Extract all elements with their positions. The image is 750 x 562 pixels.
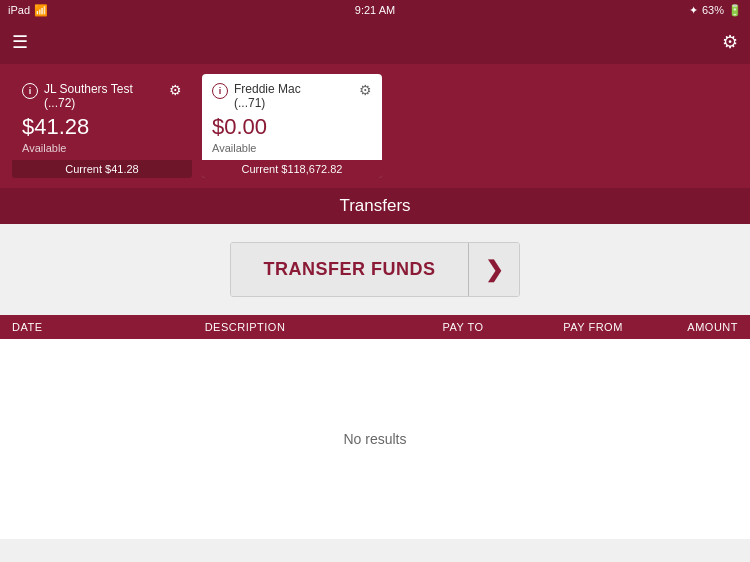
- settings-button[interactable]: ⚙: [722, 31, 738, 53]
- account-name-1: JL Southers Test: [44, 82, 133, 96]
- menu-button[interactable]: ☰: [12, 31, 28, 53]
- status-bar: iPad 📶 9:21 AM ✦ 63% 🔋: [0, 0, 750, 20]
- bluetooth-icon: ✦: [689, 4, 698, 17]
- transfer-funds-arrow: ❯: [468, 243, 519, 296]
- transfers-header: Transfers: [0, 188, 750, 224]
- transfer-funds-label: TRANSFER FUNDS: [231, 243, 468, 296]
- account-name-2: Freddie Mac: [234, 82, 301, 96]
- account-available-1: Available: [22, 142, 182, 154]
- account-number-1: (...72): [44, 96, 133, 110]
- account-gear-1[interactable]: ⚙: [169, 82, 182, 98]
- account-current-2: Current $118,672.82: [202, 160, 382, 178]
- status-right: ✦ 63% 🔋: [689, 4, 742, 17]
- account-gear-2[interactable]: ⚙: [359, 82, 372, 98]
- account-info-icon-2[interactable]: i: [212, 83, 228, 99]
- transfer-funds-section: TRANSFER FUNDS ❯: [0, 224, 750, 315]
- no-results-label: No results: [343, 431, 406, 447]
- status-time: 9:21 AM: [355, 4, 395, 16]
- account-current-1: Current $41.28: [12, 160, 192, 178]
- account-available-2: Available: [212, 142, 372, 154]
- account-balance-1: $41.28: [22, 114, 182, 140]
- carrier-label: iPad: [8, 4, 30, 16]
- transfers-title: Transfers: [339, 196, 410, 215]
- table-header: DATE DESCRIPTION PAY TO PAY FROM AMOUNT: [0, 315, 750, 339]
- chevron-right-icon: ❯: [485, 257, 503, 283]
- wifi-icon: 📶: [34, 4, 48, 17]
- col-description-header: DESCRIPTION: [92, 321, 398, 333]
- nav-bar: ☰ ⚙: [0, 20, 750, 64]
- account-card-2[interactable]: i Freddie Mac (...71) ⚙ $0.00 Available …: [202, 74, 382, 178]
- col-amount-header: AMOUNT: [658, 321, 738, 333]
- account-number-2: (...71): [234, 96, 301, 110]
- col-date-header: DATE: [12, 321, 92, 333]
- accounts-section: i JL Southers Test (...72) ⚙ $41.28 Avai…: [0, 64, 750, 188]
- account-card-1[interactable]: i JL Southers Test (...72) ⚙ $41.28 Avai…: [12, 74, 192, 178]
- col-pay-to-header: PAY TO: [398, 321, 528, 333]
- account-balance-2: $0.00: [212, 114, 372, 140]
- transfer-funds-button[interactable]: TRANSFER FUNDS ❯: [230, 242, 520, 297]
- table-body: No results: [0, 339, 750, 539]
- status-left: iPad 📶: [8, 4, 48, 17]
- col-pay-from-header: PAY FROM: [528, 321, 658, 333]
- battery-label: 63%: [702, 4, 724, 16]
- account-info-icon-1[interactable]: i: [22, 83, 38, 99]
- battery-icon: 🔋: [728, 4, 742, 17]
